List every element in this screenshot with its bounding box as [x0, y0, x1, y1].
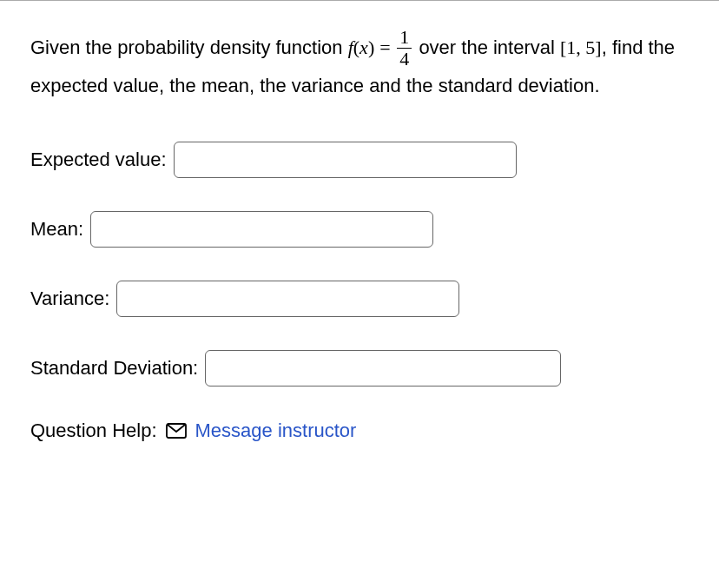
mean-label: Mean: — [30, 218, 83, 241]
standard-deviation-input[interactable] — [205, 350, 561, 386]
mean-row: Mean: — [30, 211, 689, 248]
variance-row: Variance: — [30, 281, 689, 317]
fraction-denominator: 4 — [397, 49, 412, 69]
fraction: 1 4 — [397, 27, 412, 69]
question-mid: over the interval — [419, 36, 560, 58]
expected-value-label: Expected value: — [30, 149, 167, 171]
standard-deviation-label: Standard Deviation: — [30, 357, 198, 380]
expected-value-row: Expected value: — [30, 142, 689, 178]
message-instructor-link[interactable]: Message instructor — [195, 420, 357, 442]
standard-deviation-row: Standard Deviation: — [30, 350, 689, 386]
question-help-row: Question Help: Message instructor — [30, 420, 689, 442]
fraction-numerator: 1 — [397, 27, 412, 49]
interval-notation: [1, 5] — [560, 36, 602, 58]
question-prefix: Given the probability density function — [30, 36, 348, 58]
question-help-label: Question Help: — [30, 420, 157, 442]
question-text: Given the probability density function f… — [30, 27, 689, 102]
variance-label: Variance: — [30, 287, 109, 310]
equals-sign: = — [379, 36, 395, 58]
function-notation: f(x) — [348, 36, 375, 58]
mean-input[interactable] — [90, 211, 433, 248]
mail-icon — [166, 423, 187, 439]
variance-input[interactable] — [116, 281, 459, 317]
expected-value-input[interactable] — [174, 142, 517, 178]
